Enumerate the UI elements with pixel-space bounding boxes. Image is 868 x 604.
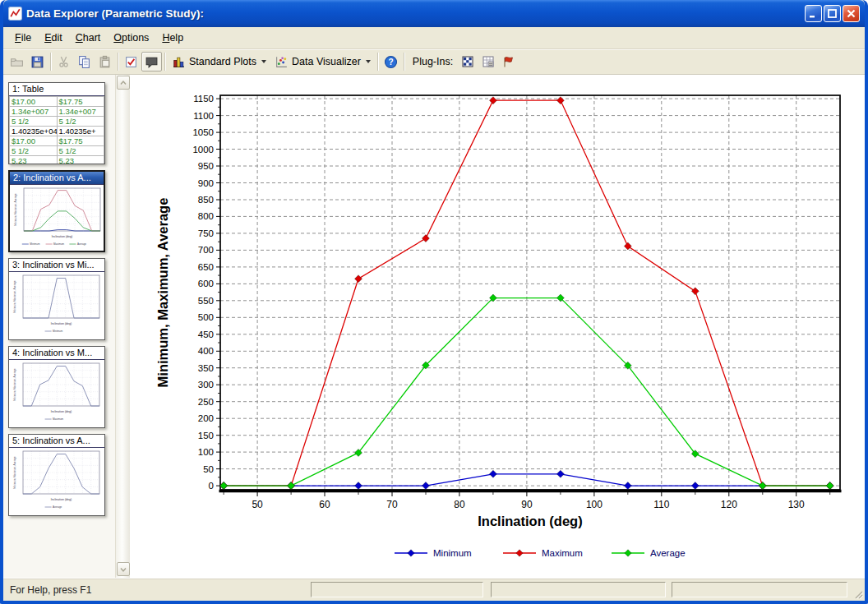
svg-text:110: 110 bbox=[653, 499, 669, 510]
thumbnail-4[interactable]: 4: Inclination vs M...Minimum, Maximum, … bbox=[8, 346, 105, 428]
svg-text:650: 650 bbox=[198, 262, 214, 272]
svg-text:70: 70 bbox=[386, 499, 398, 510]
svg-text:100: 100 bbox=[586, 499, 603, 510]
toolbar-separator bbox=[377, 53, 378, 71]
svg-text:Minimum, Maximum, Average: Minimum, Maximum, Average bbox=[13, 456, 16, 489]
svg-text:80: 80 bbox=[454, 499, 465, 510]
chart-area: 0501001502002503003504004505005506006507… bbox=[130, 75, 865, 578]
menu-chart[interactable]: Chart bbox=[69, 29, 108, 47]
toolbar-separator bbox=[118, 53, 118, 71]
svg-text:Minimum, Maximum, Average: Minimum, Maximum, Average bbox=[13, 368, 16, 401]
svg-text:1100: 1100 bbox=[193, 111, 214, 121]
svg-text:500: 500 bbox=[198, 312, 214, 322]
thumbnail-3[interactable]: 3: Inclination vs Mi...Minimum, Maximum,… bbox=[8, 258, 105, 340]
thumbnail-chart-preview: Minimum, Maximum, AverageInclination (de… bbox=[9, 272, 104, 339]
svg-text:1150: 1150 bbox=[193, 94, 214, 104]
status-panel bbox=[311, 582, 483, 597]
svg-text:90: 90 bbox=[521, 499, 533, 510]
data-visualizer-button[interactable]: Data Visualizer bbox=[270, 52, 375, 71]
svg-text:Inclination (deg): Inclination (deg) bbox=[51, 410, 72, 413]
thumbnail-chart-preview: Minimum, Maximum, AverageInclination (de… bbox=[10, 185, 104, 252]
svg-text:120: 120 bbox=[721, 499, 737, 510]
svg-text:900: 900 bbox=[198, 178, 214, 188]
thumbnail-panel: 1: Table$17.00$17.751.34e+0071.34e+0075 … bbox=[3, 75, 115, 578]
standard-plots-button[interactable]: Standard Plots bbox=[168, 52, 270, 71]
svg-text:?: ? bbox=[388, 58, 393, 67]
resize-grip[interactable] bbox=[852, 588, 864, 600]
paste-button bbox=[95, 52, 115, 71]
svg-text:Inclination (deg): Inclination (deg) bbox=[52, 235, 73, 238]
plugin-flag-button[interactable] bbox=[498, 52, 519, 71]
status-panel bbox=[491, 582, 666, 597]
comment-button[interactable] bbox=[141, 52, 162, 71]
svg-text:50: 50 bbox=[203, 464, 214, 474]
svg-text:700: 700 bbox=[198, 245, 214, 255]
menu-file[interactable]: File bbox=[8, 29, 38, 47]
checklist-button[interactable] bbox=[121, 52, 141, 71]
toolbar-separator bbox=[50, 53, 51, 71]
minimize-button[interactable] bbox=[805, 5, 822, 22]
svg-text:600: 600 bbox=[198, 279, 214, 288]
toolbar-separator bbox=[404, 53, 404, 71]
svg-text:Minimum, Maximum, Average: Minimum, Maximum, Average bbox=[155, 198, 170, 388]
close-button[interactable] bbox=[843, 5, 860, 22]
status-message: For Help, press F1 bbox=[10, 584, 91, 596]
menu-bar: FileEditChartOptionsHelp bbox=[3, 27, 865, 49]
bar-chart-icon bbox=[172, 55, 186, 69]
thumbnail-2[interactable]: 2: Inclination vs A...Minimum, Maximum, … bbox=[8, 170, 105, 252]
thumbnail-5[interactable]: 5: Inclination vs A...Minimum, Maximum, … bbox=[8, 434, 105, 516]
svg-text:Maximum: Maximum bbox=[53, 417, 64, 421]
svg-text:750: 750 bbox=[198, 228, 214, 238]
svg-text:Maximum: Maximum bbox=[53, 242, 65, 246]
menu-options[interactable]: Options bbox=[107, 29, 155, 47]
svg-text:850: 850 bbox=[198, 195, 214, 205]
scatter-plot-icon bbox=[275, 55, 289, 69]
dropdown-arrow-icon bbox=[261, 60, 266, 63]
thumbnail-table-preview: $17.00$17.751.34e+0071.34e+0075 1/25 1/2… bbox=[9, 96, 104, 164]
svg-text:200: 200 bbox=[198, 413, 214, 423]
cut-button bbox=[53, 52, 74, 71]
thumbnail-chart-preview: Minimum, Maximum, AverageInclination (de… bbox=[9, 448, 104, 515]
maximize-button[interactable] bbox=[824, 5, 841, 22]
svg-text:150: 150 bbox=[198, 431, 214, 440]
window-title: Data Explorer (Parametric Study): bbox=[26, 7, 805, 20]
plugin-matrix-button[interactable] bbox=[457, 52, 478, 71]
svg-text:Inclination (deg): Inclination (deg) bbox=[51, 498, 72, 501]
svg-text:1050: 1050 bbox=[192, 127, 214, 137]
status-panel bbox=[672, 582, 847, 597]
svg-text:Average: Average bbox=[53, 505, 62, 509]
svg-text:1000: 1000 bbox=[192, 145, 214, 154]
menu-edit[interactable]: Edit bbox=[38, 29, 69, 47]
svg-text:800: 800 bbox=[198, 211, 214, 221]
thumbnail-title: 2: Inclination vs A... bbox=[10, 172, 104, 185]
status-bar: For Help, press F1 bbox=[3, 578, 865, 601]
menu-help[interactable]: Help bbox=[155, 29, 190, 47]
thumbnail-title: 5: Inclination vs A... bbox=[9, 435, 104, 448]
plugins-label: Plug-Ins: bbox=[407, 56, 457, 67]
svg-text:Average: Average bbox=[650, 548, 686, 558]
dropdown-arrow-icon bbox=[366, 60, 371, 63]
svg-text:550: 550 bbox=[198, 296, 214, 306]
toolbar-separator bbox=[164, 53, 165, 71]
save-button[interactable] bbox=[27, 52, 48, 71]
svg-text:Minimum, Maximum, Average: Minimum, Maximum, Average bbox=[13, 280, 16, 313]
svg-text:Inclination (deg): Inclination (deg) bbox=[51, 322, 72, 325]
svg-text:250: 250 bbox=[198, 397, 214, 407]
scroll-up-button[interactable] bbox=[117, 76, 130, 90]
copy-button[interactable] bbox=[74, 52, 95, 71]
svg-text:60: 60 bbox=[319, 499, 330, 510]
plugin-table-button[interactable] bbox=[478, 52, 498, 71]
thumbnail-title: 3: Inclination vs Mi... bbox=[9, 259, 104, 272]
help-button[interactable]: ? bbox=[381, 52, 401, 71]
title-bar: Data Explorer (Parametric Study): bbox=[3, 0, 865, 27]
svg-text:Inclination (deg): Inclination (deg) bbox=[478, 514, 582, 528]
thumbnail-scrollbar[interactable] bbox=[115, 75, 130, 578]
svg-text:Minimum: Minimum bbox=[30, 242, 40, 246]
svg-text:Maximum: Maximum bbox=[542, 548, 583, 558]
thumbnail-1[interactable]: 1: Table$17.00$17.751.34e+0071.34e+0075 … bbox=[8, 82, 105, 164]
svg-text:Minimum: Minimum bbox=[53, 330, 63, 333]
svg-text:50: 50 bbox=[252, 499, 263, 510]
svg-text:Average: Average bbox=[77, 242, 86, 246]
scroll-down-button[interactable] bbox=[117, 562, 130, 576]
svg-text:300: 300 bbox=[198, 380, 214, 390]
